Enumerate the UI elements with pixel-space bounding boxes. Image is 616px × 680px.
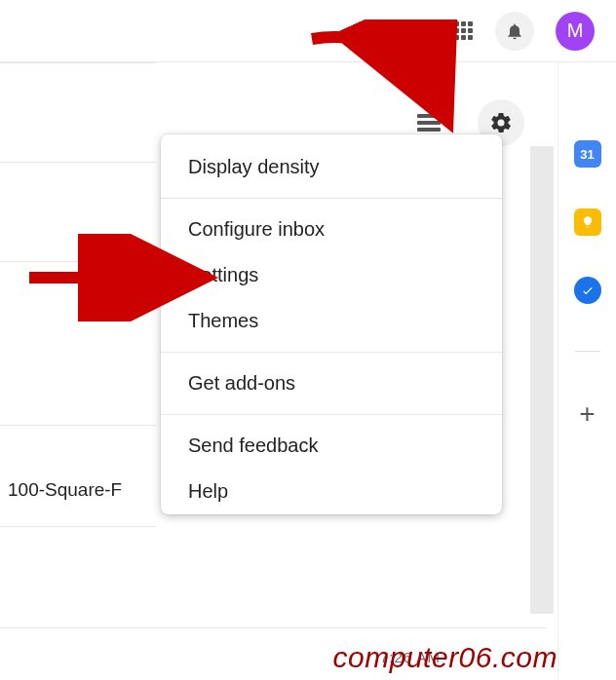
- avatar-initial: M: [567, 19, 584, 42]
- side-panel-separator: [575, 351, 600, 352]
- menu-item-themes[interactable]: Themes: [161, 298, 502, 344]
- add-addon-button[interactable]: +: [579, 398, 595, 430]
- menu-separator: [161, 198, 502, 199]
- hamburger-icon[interactable]: [417, 114, 441, 132]
- side-panel: 31 +: [558, 62, 616, 680]
- scrollbar-thumb[interactable]: [530, 146, 554, 614]
- settings-dropdown-menu: Display density Configure inbox Settings…: [161, 134, 502, 514]
- check-icon: [581, 283, 595, 297]
- email-row-snippet[interactable]: 100-Square-F: [8, 479, 122, 501]
- notifications-button[interactable]: [495, 12, 534, 51]
- calendar-addon-icon[interactable]: 31: [574, 140, 601, 168]
- tasks-addon-icon[interactable]: [574, 277, 601, 304]
- menu-item-settings[interactable]: Settings: [161, 252, 502, 298]
- menu-item-configure-inbox[interactable]: Configure inbox: [161, 207, 502, 252]
- lightbulb-icon: [581, 215, 595, 229]
- bell-icon: [505, 21, 524, 41]
- keep-addon-icon[interactable]: [574, 208, 601, 236]
- account-avatar[interactable]: M: [556, 12, 595, 51]
- menu-separator: [161, 352, 502, 353]
- watermark-text: computer06.com: [333, 641, 558, 674]
- menu-item-display-density[interactable]: Display density: [161, 144, 502, 190]
- menu-separator: [161, 414, 502, 415]
- menu-item-get-addons[interactable]: Get add-ons: [161, 360, 502, 406]
- apps-grid-icon[interactable]: [454, 21, 474, 41]
- gear-icon: [489, 111, 513, 134]
- menu-item-help[interactable]: Help: [161, 469, 502, 514]
- menu-item-send-feedback[interactable]: Send feedback: [161, 423, 502, 469]
